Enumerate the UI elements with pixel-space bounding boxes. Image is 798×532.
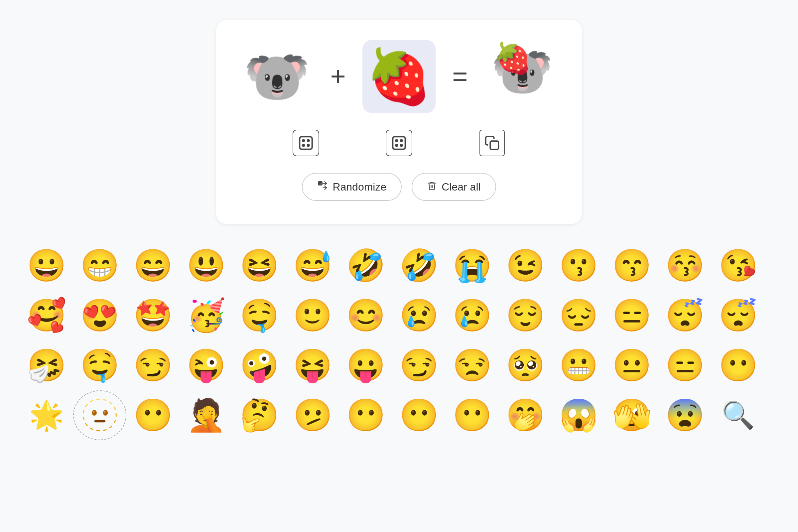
emoji-item[interactable]: 😨 [658,391,711,440]
emoji-item[interactable]: 😆 [233,241,286,291]
emoji-item[interactable]: 🙂 [286,291,339,341]
svg-point-13 [321,184,322,185]
emoji-item[interactable]: 😗 [552,241,605,291]
plus-operator: + [330,61,346,92]
emoji-item[interactable]: 🤦 [179,391,233,440]
svg-point-9 [401,145,402,146]
svg-point-7 [401,140,402,141]
emoji-item[interactable]: 😬 [552,341,605,391]
emoji-row-4: 🌟 🫥 😶 🤦 🤔 🫤 😶 😶 😶 🤭 😱 🫣 😨 🔍 [13,391,785,440]
emoji-item[interactable]: 🫤 [286,391,339,440]
trash-icon [427,180,437,193]
emoji-item[interactable]: 😶 [392,391,445,440]
svg-rect-5 [393,137,405,149]
emoji-item[interactable]: 🥺 [499,341,552,391]
emoji-item[interactable]: 🤣 [392,241,445,291]
emoji-item[interactable]: 😀 [20,241,73,291]
emoji-item[interactable]: 😝 [286,341,339,391]
emoji-row-3: 🤧 🤤 😏 😜 🤪 😝 😛 😏 😒 🥺 😬 😐 😑 😶 [13,341,785,391]
emoji-item[interactable]: 😏 [392,341,445,391]
svg-rect-10 [490,141,498,149]
emoji-item[interactable]: 😏 [126,341,179,391]
emoji-item[interactable]: 🤤 [233,291,286,341]
emoji-item[interactable]: 😒 [445,341,499,391]
emoji-item[interactable]: 😁 [73,241,126,291]
randomize-label: Randomize [332,181,386,193]
clear-all-label: Clear all [441,181,480,193]
emoji-item[interactable]: 🤭 [499,391,552,440]
emoji-item[interactable]: 😌 [499,291,552,341]
svg-point-4 [307,145,309,146]
svg-point-15 [321,182,322,183]
emoji-row-2: 🥰 😍 🤩 🥳 🤤 🙂 😊 😢 😢 😌 😔 😑 😴 😴 [13,291,785,341]
emoji-item[interactable]: 🔍 [711,391,765,440]
emoji-item[interactable]: 😃 [179,241,233,291]
randomize-slot1-button[interactable] [292,130,319,156]
svg-point-8 [396,145,397,146]
svg-rect-0 [300,137,312,149]
emoji-item[interactable]: 😶 [339,391,392,440]
randomize-button[interactable]: Randomize [302,173,402,201]
emoji-item[interactable]: 😊 [339,291,392,341]
emoji-item[interactable]: 😘 [711,241,765,291]
emoji-slot-2[interactable]: 🍓 [362,40,436,113]
action-buttons: Randomize Clear all [302,173,496,201]
copy-result-button[interactable] [479,130,505,156]
emoji-item[interactable]: 😴 [658,291,711,341]
dice-spacer-1 [269,130,342,156]
emoji-item[interactable]: 🤤 [73,341,126,391]
emoji-item[interactable]: 😶 [445,391,499,440]
main-container: 🐨 + 🍓 = 🐨 🍓 [0,0,798,454]
emoji-item[interactable]: 😙 [605,241,658,291]
emoji-item[interactable]: 😭 [445,241,499,291]
emoji-item[interactable]: 😢 [445,291,499,341]
svg-point-6 [396,140,397,141]
emoji-item[interactable]: 😍 [73,291,126,341]
svg-point-12 [319,182,320,183]
emoji-item[interactable]: 🤪 [233,341,286,391]
emoji-slot-1[interactable]: 🐨 [241,40,314,113]
emoji-grid: 😀 😁 😄 😃 😆 😅 🤣 🤣 😭 😉 😗 😙 😚 😘 🥰 😍 🤩 🥳 🤤 🙂 … [13,241,785,440]
clear-all-button[interactable]: Clear all [412,173,496,201]
emoji-item[interactable]: 😑 [658,341,711,391]
dice-row [269,130,529,156]
svg-point-3 [303,145,304,146]
emoji-item[interactable]: 😔 [552,291,605,341]
emoji-item[interactable]: 😛 [339,341,392,391]
emoji-row-1: 😀 😁 😄 😃 😆 😅 🤣 🤣 😭 😉 😗 😙 😚 😘 [13,241,785,291]
emoji-item[interactable]: 😱 [552,391,605,440]
equals-operator: = [452,61,468,92]
emoji-item[interactable]: 🫥 [73,391,126,440]
emoji-item[interactable]: 😶 [711,341,765,391]
emoji-item[interactable]: 🥰 [20,291,73,341]
emoji-item[interactable]: 🥳 [179,291,233,341]
emoji-item[interactable]: 😑 [605,291,658,341]
dice-spacer-2 [362,130,436,156]
emoji-item[interactable]: 🤔 [233,391,286,440]
svg-point-2 [307,140,309,141]
emoji-item[interactable]: 😄 [126,241,179,291]
emoji-item[interactable]: 🫣 [605,391,658,440]
svg-point-1 [303,140,304,141]
randomize-slot2-button[interactable] [386,130,412,156]
emoji-item[interactable]: 🤣 [339,241,392,291]
emoji-equation: 🐨 + 🍓 = 🐨 🍓 [241,40,557,113]
emoji-item[interactable]: 😐 [605,341,658,391]
result-slot: 🐨 🍓 [484,40,557,113]
emoji-item[interactable]: 🌟 [20,391,73,440]
svg-point-14 [319,184,320,185]
emoji-item[interactable]: 😜 [179,341,233,391]
emoji-item[interactable]: 😉 [499,241,552,291]
emoji-item[interactable]: 😅 [286,241,339,291]
mixer-card: 🐨 + 🍓 = 🐨 🍓 [216,20,582,224]
emoji-item[interactable]: 😚 [658,241,711,291]
randomize-icon [317,180,328,193]
copy-spacer [456,130,529,156]
emoji-item[interactable]: 🤩 [126,291,179,341]
emoji-item[interactable]: 😴 [711,291,765,341]
emoji-item[interactable]: 🤧 [20,341,73,391]
emoji-item[interactable]: 😶 [126,391,179,440]
emoji-item[interactable]: 😢 [392,291,445,341]
